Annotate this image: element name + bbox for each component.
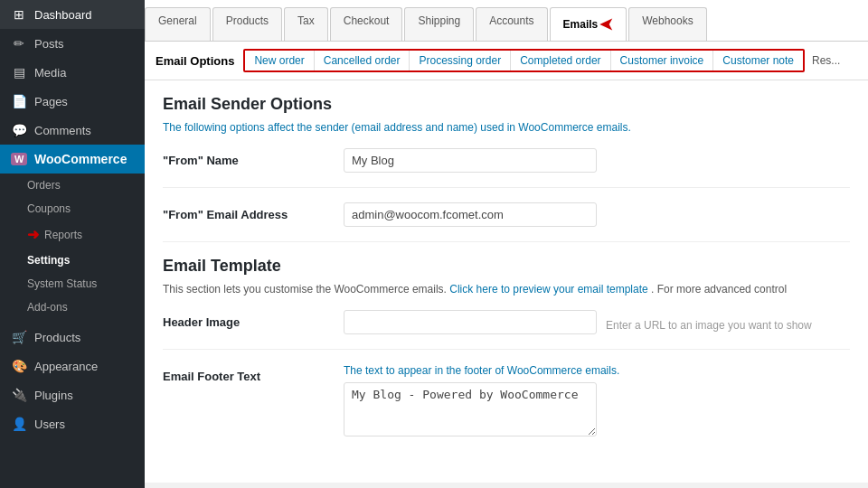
woocommerce-icon: W <box>11 153 27 165</box>
sidebar-item-label: Comments <box>34 124 91 137</box>
email-sender-desc: The following options affect the sender … <box>163 121 850 134</box>
header-image-label: Header Image <box>163 310 344 329</box>
sub-tab-customer-note[interactable]: Customer note <box>713 51 803 70</box>
tab-shipping[interactable]: Shipping <box>404 7 474 41</box>
appearance-icon: 🎨 <box>11 359 27 373</box>
tab-tax[interactable]: Tax <box>284 7 328 41</box>
sidebar-sub-orders[interactable]: Orders <box>0 174 145 197</box>
tab-products[interactable]: Products <box>212 7 282 41</box>
preview-template-link[interactable]: Click here to preview your email templat… <box>449 283 647 296</box>
sidebar: ⊞ Dashboard ✏ Posts ▤ Media 📄 Pages 💬 Co… <box>0 0 145 488</box>
sidebar-sub-reports[interactable]: ➜ Reports <box>0 221 145 249</box>
email-template-desc: This section lets you customise the WooC… <box>163 283 850 296</box>
email-options-rest: Res... <box>812 54 840 67</box>
header-image-hint: Enter a URL to an image you want to show <box>606 314 812 332</box>
footer-text-field: The text to appear in the footer of WooC… <box>344 364 850 439</box>
sidebar-item-label: Dashboard <box>34 8 92 22</box>
users-icon: 👤 <box>11 417 27 431</box>
sub-tab-cancelled-order[interactable]: Cancelled order <box>315 51 410 70</box>
sidebar-item-label: Media <box>34 66 66 80</box>
sidebar-item-comments[interactable]: 💬 Comments <box>0 116 145 145</box>
header-image-row: Header Image Enter a URL to an image you… <box>163 310 850 350</box>
header-image-input[interactable] <box>344 310 597 334</box>
pages-icon: 📄 <box>11 94 27 108</box>
sidebar-item-label: Users <box>34 418 65 431</box>
form-content: Email Sender Options The following optio… <box>145 80 868 483</box>
sub-tab-processing-order[interactable]: Processing order <box>410 51 511 70</box>
media-icon: ▤ <box>11 65 27 80</box>
tab-checkout[interactable]: Checkout <box>330 7 403 41</box>
from-email-field <box>344 202 850 227</box>
from-email-label: "From" Email Address <box>163 202 344 221</box>
from-name-input[interactable] <box>344 148 597 173</box>
sub-tab-completed-order[interactable]: Completed order <box>511 51 610 70</box>
sidebar-item-products[interactable]: 🛒 Products <box>0 323 145 352</box>
sidebar-sub-settings[interactable]: Settings <box>0 249 145 272</box>
sidebar-item-appearance[interactable]: 🎨 Appearance <box>0 352 145 380</box>
emails-arrow-annotation: ➤ <box>599 14 613 34</box>
sidebar-item-label: Posts <box>34 37 64 51</box>
from-name-field <box>344 148 850 173</box>
products-icon: 🛒 <box>11 330 27 344</box>
sub-tab-new-order[interactable]: New order <box>245 51 314 70</box>
sidebar-item-woocommerce[interactable]: W WooCommerce <box>0 145 145 174</box>
tab-general[interactable]: General <box>145 7 211 41</box>
footer-text-desc: The text to appear in the footer of WooC… <box>344 364 850 377</box>
from-email-input[interactable] <box>344 202 597 227</box>
plugins-icon: 🔌 <box>11 388 27 402</box>
comments-icon: 💬 <box>11 123 27 137</box>
tab-webhooks[interactable]: Webhooks <box>628 7 706 41</box>
from-name-row: "From" Name <box>163 148 850 188</box>
email-sub-tabs: New order Cancelled order Processing ord… <box>243 49 805 72</box>
tab-emails[interactable]: Emails ➤ <box>550 7 627 41</box>
reports-arrow: ➜ <box>27 226 39 243</box>
sidebar-item-users[interactable]: 👤 Users <box>0 409 145 438</box>
email-template-title: Email Template <box>163 257 850 276</box>
footer-text-row: Email Footer Text The text to appear in … <box>163 364 850 454</box>
from-email-row: "From" Email Address <box>163 202 850 242</box>
email-options-row: Email Options New order Cancelled order … <box>145 42 868 80</box>
email-sender-title: Email Sender Options <box>163 95 850 114</box>
footer-text-label: Email Footer Text <box>163 364 344 383</box>
header-image-field: Enter a URL to an image you want to show <box>344 310 850 334</box>
sidebar-item-dashboard[interactable]: ⊞ Dashboard <box>0 0 145 29</box>
main-content: General Products Tax Checkout Shipping A… <box>145 0 868 488</box>
sidebar-item-posts[interactable]: ✏ Posts <box>0 29 145 58</box>
sidebar-item-label: Pages <box>34 95 68 108</box>
tab-accounts[interactable]: Accounts <box>476 7 547 41</box>
sidebar-item-plugins[interactable]: 🔌 Plugins <box>0 380 145 409</box>
sidebar-sub-add-ons[interactable]: Add-ons <box>0 296 145 319</box>
posts-icon: ✏ <box>11 36 27 51</box>
sidebar-item-label: Appearance <box>34 360 98 373</box>
sidebar-item-label: WooCommerce <box>34 152 127 166</box>
content-area: Email Options New order Cancelled order … <box>145 42 868 483</box>
footer-text-input[interactable]: My Blog - Powered by WooCommerce <box>344 382 597 436</box>
sub-tab-customer-invoice[interactable]: Customer invoice <box>611 51 714 70</box>
sidebar-sub-coupons[interactable]: Coupons <box>0 197 145 221</box>
sidebar-item-pages[interactable]: 📄 Pages <box>0 87 145 116</box>
sidebar-item-label: Plugins <box>34 389 73 402</box>
email-options-label: Email Options <box>156 54 234 68</box>
dashboard-icon: ⊞ <box>11 7 27 22</box>
settings-tabs: General Products Tax Checkout Shipping A… <box>145 0 868 42</box>
from-name-label: "From" Name <box>163 148 344 167</box>
sidebar-sub-system-status[interactable]: System Status <box>0 272 145 296</box>
sidebar-item-label: Products <box>34 331 80 344</box>
sidebar-item-media[interactable]: ▤ Media <box>0 58 145 87</box>
